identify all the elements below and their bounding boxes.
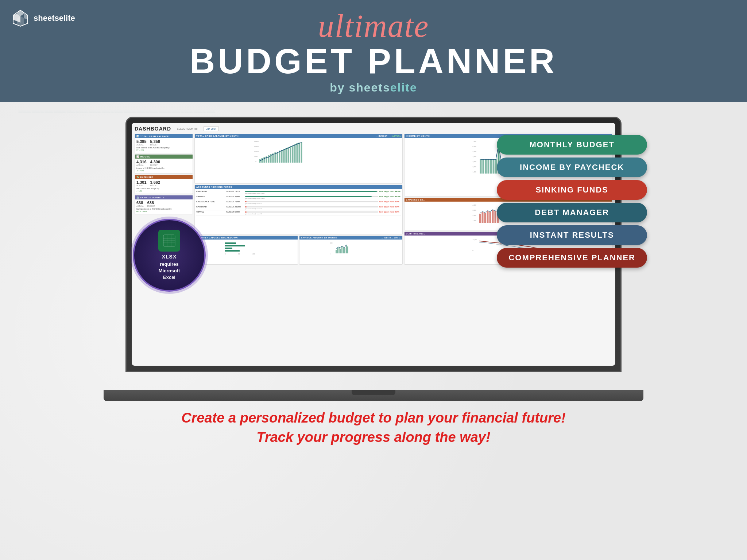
svg-rect-54	[347, 246, 348, 253]
income-header: 📈 INCOME	[135, 155, 193, 159]
xlsx-format-text: XLSX	[162, 254, 177, 260]
logo: sheetselite	[11, 9, 75, 28]
header-section: sheetselite ultimate BUDGET PLANNER by s…	[0, 0, 747, 102]
badge-sinking-funds: SINKING FUNDS	[497, 180, 647, 200]
xlsx-requires-text: requires Microsoft Excel	[159, 261, 180, 281]
sf-row-emergency: EMERGENCY FUND TARGET 7,500 you have alr…	[196, 200, 401, 205]
bottom-text: Create a personalized budget to plan you…	[181, 408, 566, 447]
svg-rect-33	[294, 144, 296, 163]
bottom-line1: Create a personalized budget to plan you…	[181, 408, 566, 428]
svg-text:1,000: 1,000	[473, 219, 477, 221]
svg-text:3,000: 3,000	[473, 161, 477, 163]
svg-rect-88	[484, 213, 486, 223]
dashboard-title: DASHBOARD	[135, 126, 171, 132]
cash-balance-badge: 27 ✔ 1%	[136, 149, 144, 151]
badge-comprehensive-planner: COMPREHENSIVE PLANNER	[497, 248, 647, 268]
svg-rect-28	[283, 149, 285, 163]
svg-text:3,000: 3,000	[473, 209, 477, 211]
svg-text:1,000: 1,000	[252, 253, 255, 255]
svg-rect-48	[338, 247, 340, 253]
svg-text:35,000: 35,000	[254, 140, 259, 142]
expenses-header: 💸 EXPENSES	[135, 175, 193, 179]
sf-row-carfund: CAR FUND TARGET 25,000 you have already …	[196, 205, 401, 210]
month-input[interactable]: Jun 2024	[204, 127, 219, 131]
bottom-line2: Track your progress along the way!	[181, 428, 566, 447]
svg-rect-30	[288, 147, 289, 163]
savings-card: 🏦 SAVINGS DEPOSITS 638 ACTUAL	[135, 195, 193, 214]
sf-row-travel: TRAVEL TARGET 5,000 you have already sav…	[196, 210, 401, 215]
svg-rect-65	[488, 159, 489, 174]
svg-text:4,000: 4,000	[473, 204, 477, 206]
badge-income-paycheck: INCOME BY PAYCHECK	[497, 158, 647, 177]
svg-rect-43	[225, 250, 240, 252]
cash-balance-header: 📊 TOTAL CASH BALANCE	[135, 134, 193, 138]
svg-text:7,000: 7,000	[473, 140, 477, 142]
laptop-container: XLSX requires Microsoft Excel DASHBOARD …	[104, 117, 643, 401]
badge-instant-results: INSTANT RESULTS	[497, 225, 647, 245]
svg-rect-21	[268, 155, 270, 163]
svg-rect-51	[343, 247, 344, 253]
title-main: BUDGET PLANNER	[190, 44, 557, 79]
month-label: SELECT MONTH:	[177, 128, 198, 130]
svg-text:0: 0	[473, 250, 474, 252]
svg-text:15,000: 15,000	[254, 151, 259, 152]
svg-rect-27	[281, 150, 283, 163]
svg-text:500: 500	[238, 253, 240, 255]
badge-debt-manager: DEBT MANAGER	[497, 203, 647, 222]
svg-rect-87	[482, 212, 484, 223]
svg-rect-29	[286, 148, 287, 163]
svg-rect-67	[493, 159, 495, 174]
savings-by-month-chart: SAVINGS AMOUNT BY MONTH — BUDGET — ACTUA…	[299, 236, 403, 265]
savings-header: 🏦 SAVINGS DEPOSITS	[135, 195, 193, 199]
feature-badges: MONTHLY BUDGET INCOME BY PAYCHECK SINKIN…	[497, 135, 647, 268]
expense-breakdown-chart: MONTHLY EXPENSE BREAKDOWN 0 500 1,000	[194, 236, 298, 265]
expenses-card: 💸 EXPENSES 1,301 ACTUAL 3,662	[135, 175, 193, 194]
svg-rect-91	[492, 210, 494, 223]
svg-text:0: 0	[330, 253, 330, 255]
main-content: ⌨️⌨️⌨️⌨️⌨️⌨️⌨️⌨️⌨️⌨️⌨️⌨️⌨️⌨️⌨️⌨️⌨️⌨️⌨️⌨️…	[0, 102, 747, 560]
svg-rect-53	[346, 245, 347, 253]
svg-rect-47	[337, 248, 338, 253]
svg-rect-66	[490, 159, 492, 174]
svg-rect-90	[489, 212, 491, 223]
title-script: ultimate	[190, 9, 557, 44]
svg-rect-31	[290, 146, 291, 163]
svg-rect-64	[485, 159, 487, 174]
laptop-base	[104, 390, 643, 401]
sinking-funds-table: CHECKING TARGET 1,625 you have already s…	[196, 190, 401, 215]
svg-rect-41	[225, 245, 245, 246]
svg-rect-49	[340, 249, 341, 253]
svg-rect-19	[264, 157, 265, 163]
svg-text:0: 0	[225, 253, 226, 255]
svg-rect-52	[344, 248, 345, 253]
svg-text:2,000: 2,000	[473, 166, 477, 168]
svg-rect-40	[225, 242, 236, 244]
header-title: ultimate BUDGET PLANNER by sheetselite	[190, 9, 557, 94]
svg-text:2,000: 2,000	[473, 214, 477, 216]
svg-rect-34	[297, 143, 298, 163]
svg-rect-50	[341, 246, 342, 253]
svg-text:0: 0	[256, 161, 257, 163]
xlsx-icon	[158, 230, 180, 252]
cash-balance-card: 📊 TOTAL CASH BALANCE 5,385 ACTUAL	[135, 134, 193, 153]
svg-text:4,000: 4,000	[473, 156, 477, 158]
svg-rect-46	[336, 250, 337, 253]
svg-text:5,000: 5,000	[473, 151, 477, 152]
svg-rect-35	[299, 143, 300, 163]
svg-rect-36	[301, 142, 302, 163]
badge-monthly-budget: MONTHLY BUDGET	[497, 135, 647, 155]
balance-chart-svg: 35,000 25,000 15,000 5,000 0	[196, 139, 401, 168]
svg-rect-32	[292, 145, 294, 163]
svg-rect-63	[483, 159, 484, 174]
logo-icon	[11, 9, 30, 28]
svg-rect-89	[487, 211, 489, 223]
total-balance-chart: TOTAL CASH BALANCE BY MONTH — BUDGET — A…	[194, 134, 403, 184]
sf-row-savings: SAVINGS TARGET 3,000 you have already sa…	[196, 195, 401, 200]
sinking-funds-card: ACCOUNTS / SINKING FUNDS CHECKING TARGET…	[194, 185, 403, 235]
dashboard-header: DASHBOARD SELECT MONTH: Jun 2024	[135, 126, 612, 132]
svg-text:1,000: 1,000	[473, 171, 477, 173]
svg-text:14,000: 14,000	[473, 239, 477, 241]
svg-rect-86	[479, 214, 481, 223]
svg-rect-42	[225, 248, 232, 249]
sf-row-checking: CHECKING TARGET 1,625 you have already s…	[196, 190, 401, 195]
